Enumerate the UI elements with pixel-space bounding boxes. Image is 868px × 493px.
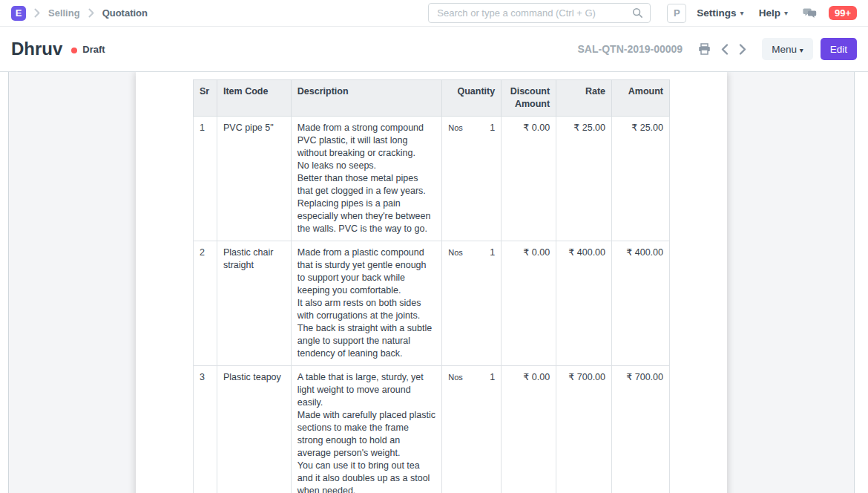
table-header-row: Sr Item Code Description Quantity Discou… <box>194 80 670 117</box>
row-uom: Nos <box>448 246 463 258</box>
items-table: Sr Item Code Description Quantity Discou… <box>193 79 670 493</box>
cell-description: Made from a plastic compound that is stu… <box>291 241 441 366</box>
page-head: Dhruv Draft SAL-QTN-2019-00009 Menu ▾ Ed… <box>0 27 868 72</box>
col-header-description: Description <box>291 80 441 117</box>
table-row: 2 Plastic chair straight Made from a pla… <box>194 241 670 366</box>
breadcrumb-chevron-icon <box>88 8 94 18</box>
breadcrumb-quotation[interactable]: Quotation <box>102 7 148 19</box>
col-header-sr: Sr <box>194 80 217 117</box>
col-header-amount: Amount <box>612 80 670 117</box>
col-header-discount-amount: Discount Amount <box>502 80 556 117</box>
prev-doc-icon[interactable] <box>718 42 731 56</box>
row-sr: 2 <box>200 247 205 258</box>
chevron-down-icon: ▾ <box>740 9 744 17</box>
cell-sr: 1 <box>194 117 217 241</box>
cell-amount: ₹ 25.00 <box>612 117 670 241</box>
row-amount: ₹ 25.00 <box>631 123 663 133</box>
row-quantity: 1 <box>490 246 495 259</box>
notification-badge[interactable]: 99+ <box>829 6 857 20</box>
avatar-letter: P <box>674 7 680 19</box>
cell-item-code: PVC pipe 5" <box>217 117 291 241</box>
cell-description: Made from a strong compound PVC plastic,… <box>291 117 441 241</box>
row-discount-amount: ₹ 0.00 <box>523 247 550 258</box>
row-item-code: Plastic teapoy <box>223 372 281 382</box>
col-header-item-code: Item Code <box>217 80 291 117</box>
help-label: Help <box>759 7 780 19</box>
row-uom: Nos <box>448 122 463 134</box>
status-dot <box>71 48 77 53</box>
app-logo-letter: E <box>16 7 22 19</box>
page-head-actions: SAL-QTN-2019-00009 Menu ▾ Edit <box>578 38 857 60</box>
row-sr: 3 <box>200 372 205 382</box>
page-title: Dhruv <box>11 39 62 59</box>
cell-quantity: Nos 1 <box>442 366 502 493</box>
cell-sr: 3 <box>194 366 217 493</box>
cell-discount-amount: ₹ 0.00 <box>502 117 556 241</box>
cell-rate: ₹ 25.00 <box>556 117 612 241</box>
table-row: 1 PVC pipe 5" Made from a strong compoun… <box>194 117 670 241</box>
row-rate: ₹ 400.00 <box>568 247 605 258</box>
edit-button-label: Edit <box>830 44 847 55</box>
cell-quantity: Nos 1 <box>442 241 502 366</box>
document-id: SAL-QTN-2019-00009 <box>578 43 683 55</box>
settings-menu[interactable]: Settings ▾ <box>697 7 743 19</box>
edit-button[interactable]: Edit <box>821 38 857 60</box>
app-logo[interactable]: E <box>11 6 26 21</box>
cell-discount-amount: ₹ 0.00 <box>502 241 556 366</box>
row-discount-amount: ₹ 0.00 <box>523 123 550 133</box>
print-preview-area: Sr Item Code Description Quantity Discou… <box>0 72 868 493</box>
row-amount: ₹ 700.00 <box>626 372 663 382</box>
cell-amount: ₹ 700.00 <box>612 366 670 493</box>
status-badge: Draft <box>82 44 105 55</box>
cell-amount: ₹ 400.00 <box>612 241 670 366</box>
search-input[interactable] <box>435 7 632 19</box>
print-preview-wrapper: Sr Item Code Description Quantity Discou… <box>8 72 855 493</box>
breadcrumb-selling[interactable]: Selling <box>48 7 80 19</box>
row-description: A table that is large, sturdy, yet light… <box>297 372 435 493</box>
row-discount-amount: ₹ 0.00 <box>523 372 550 382</box>
row-item-code: Plastic chair straight <box>223 247 273 270</box>
menu-button-label: Menu <box>772 44 797 55</box>
row-rate: ₹ 25.00 <box>573 123 605 133</box>
cell-description: A table that is large, sturdy, yet light… <box>291 366 441 493</box>
row-rate: ₹ 700.00 <box>568 372 605 382</box>
cell-rate: ₹ 400.00 <box>556 241 612 366</box>
navbar-right: P Settings ▾ Help ▾ 99+ <box>428 3 857 23</box>
row-description: Made from a strong compound PVC plastic,… <box>297 123 431 234</box>
cell-quantity: Nos 1 <box>442 117 502 241</box>
print-format-paper: Sr Item Code Description Quantity Discou… <box>136 72 727 493</box>
row-uom: Nos <box>448 371 463 383</box>
chevron-down-icon: ▾ <box>784 9 788 17</box>
col-header-quantity: Quantity <box>442 80 502 117</box>
settings-label: Settings <box>697 7 736 19</box>
row-sr: 1 <box>200 123 205 133</box>
next-doc-icon[interactable] <box>736 42 749 56</box>
top-navbar: E Selling Quotation P Settings ▾ Help ▾ <box>0 0 868 27</box>
help-menu[interactable]: Help ▾ <box>759 7 788 19</box>
row-quantity: 1 <box>490 122 495 134</box>
breadcrumb-chevron-icon <box>34 8 40 18</box>
global-search[interactable] <box>428 3 651 23</box>
row-quantity: 1 <box>490 371 495 384</box>
cell-item-code: Plastic teapoy <box>217 366 291 493</box>
menu-button[interactable]: Menu ▾ <box>762 38 813 60</box>
col-header-rate: Rate <box>556 80 612 117</box>
search-icon <box>632 7 643 19</box>
row-description: Made from a plastic compound that is stu… <box>297 247 432 359</box>
table-row: 3 Plastic teapoy A table that is large, … <box>194 366 670 493</box>
cell-item-code: Plastic chair straight <box>217 241 291 366</box>
cell-sr: 2 <box>194 241 217 366</box>
row-amount: ₹ 400.00 <box>626 247 663 258</box>
cell-rate: ₹ 700.00 <box>556 366 612 493</box>
print-icon[interactable] <box>695 42 714 56</box>
chat-icon[interactable] <box>803 7 817 19</box>
cell-discount-amount: ₹ 0.00 <box>502 366 556 493</box>
chevron-down-icon: ▾ <box>800 46 803 54</box>
row-item-code: PVC pipe 5" <box>223 123 274 133</box>
user-avatar[interactable]: P <box>667 4 686 23</box>
